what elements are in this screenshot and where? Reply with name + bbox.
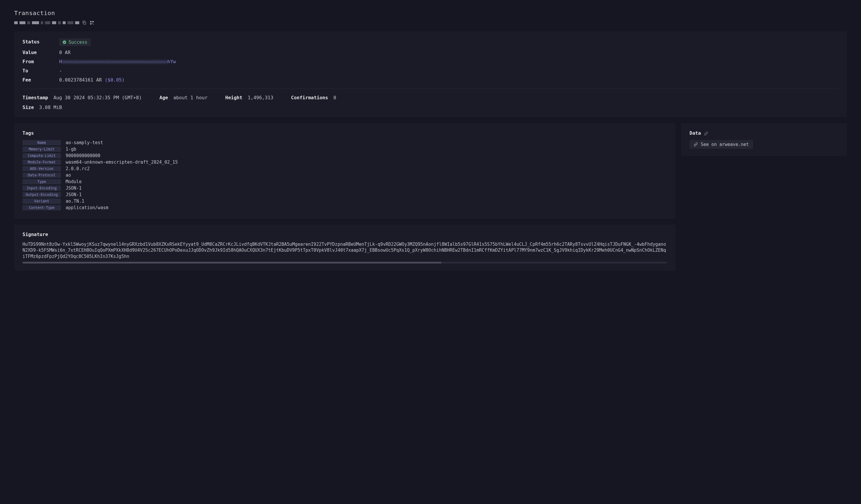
from-address[interactable]: HxxxxxxxxxxxxxxxxxxxxxxxxxxxxxxxxxxxxxhY… [59,59,176,65]
confirmations-value: 0 [333,95,337,100]
tag-row: Output-EncodingJSON-1 [23,192,667,197]
timestamp-value: Aug 30 2024 05:32:35 PM (GMT+8) [54,95,142,100]
svg-rect-4 [92,23,93,24]
tag-key: Input-Encoding [23,185,61,191]
status-value: Success [69,40,87,45]
from-label: From [23,59,52,65]
link-icon [704,131,708,135]
signature-card: Signature HuTDS99Nnt8zOw-Yxkl5WwoyjKSuz7… [14,225,675,271]
fee-usd: ($0.05) [105,77,124,83]
summary-card: Status Success Value 0 AR From Hxxxxxxxx… [14,31,847,117]
svg-rect-3 [90,23,92,25]
tag-key: Module-Format [23,159,61,165]
tag-value: application/wasm [66,205,109,210]
tag-row: Content-Typeapplication/wasm [23,205,667,210]
page-title: Transaction [14,10,847,16]
tag-row: Memory-Limit1-gb [23,146,667,152]
timestamp-label: Timestamp [23,95,48,100]
data-card: Data See on arweave.net [681,123,847,156]
tag-value: 9000000000000 [66,153,100,158]
svg-rect-5 [93,24,94,25]
tag-value: ao.TN.1 [66,198,84,204]
tag-key: Memory-Limit [23,146,61,152]
age-label: Age [159,95,168,100]
tag-row: Nameao-samply-test [23,140,667,145]
tag-key: Data-Protocol [23,172,61,178]
tag-key: Type [23,179,61,184]
age-value: about 1 hour [173,95,208,100]
tag-row: Compute-Limit9000000000000 [23,153,667,158]
tag-value: ao [66,172,71,178]
signature-value: HuTDS99Nnt8zOw-Yxkl5WwoyjKSuz7qwynel14ny… [23,241,667,260]
height-value[interactable]: 1,496,313 [248,95,273,100]
tag-value: 2.0.0.rc2 [66,166,90,171]
svg-rect-1 [90,21,92,23]
copy-icon[interactable] [82,20,87,25]
fee-value: 0.0023784161 AR ($0.05) [59,77,125,83]
tag-key: Compute-Limit [23,153,61,158]
tags-title: Tags [23,130,667,136]
tag-key: Content-Type [23,205,61,210]
scrollbar[interactable] [23,262,667,264]
value-label: Value [23,50,52,55]
tag-row: Module-Formatwasm64-unknown-emscripten-d… [23,159,667,165]
svg-rect-2 [92,21,94,23]
tag-key: Output-Encoding [23,192,61,197]
tag-row: AOS-Version2.0.0.rc2 [23,166,667,171]
size-label: Size [23,104,34,110]
svg-rect-0 [84,22,86,24]
tag-value: JSON-1 [66,192,82,197]
fee-label: Fee [23,77,52,83]
to-value: - [59,68,62,73]
tag-key: AOS-Version [23,166,61,171]
status-badge: Success [59,38,91,46]
transaction-id-row [14,20,847,25]
see-on-arweave-button[interactable]: See on arweave.net [689,140,753,149]
height-label: Height [225,95,243,100]
tag-key: Variant [23,198,61,204]
signature-title: Signature [23,232,667,237]
tag-row: Data-Protocolao [23,172,667,178]
tag-value: ao-samply-test [66,140,103,145]
confirmations-label: Confirmations [291,95,328,100]
tag-row: Input-EncodingJSON-1 [23,185,667,191]
tag-value: wasm64-unknown-emscripten-draft_2024_02_… [66,159,178,165]
to-label: To [23,68,52,73]
size-value: 3.08 MiB [39,104,62,110]
check-icon [63,41,66,44]
qr-icon[interactable] [89,20,95,25]
tag-key: Name [23,140,61,145]
data-title: Data [689,130,838,136]
tag-value: 1-gb [66,146,76,152]
tag-value: JSON-1 [66,185,82,191]
tag-row: Variantao.TN.1 [23,198,667,204]
status-label: Status [23,39,52,45]
tags-card: Tags Nameao-samply-testMemory-Limit1-gbC… [14,123,675,219]
transaction-id-obscured [14,21,79,24]
tags-list: Nameao-samply-testMemory-Limit1-gbComput… [23,140,667,210]
value-value: 0 AR [59,50,71,55]
tag-row: TypeModule [23,179,667,184]
tag-value: Module [66,179,82,184]
data-link-label: See on arweave.net [701,142,749,147]
